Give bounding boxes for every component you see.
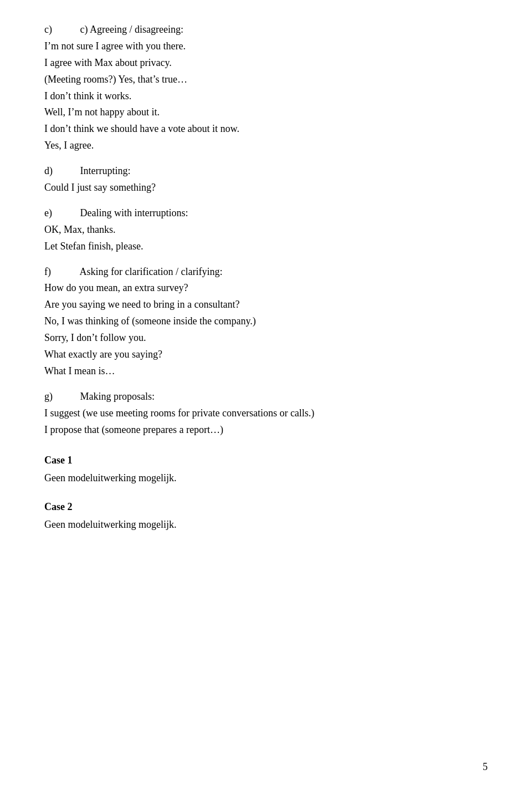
section-d: d) Interrupting: Could I just say someth…	[44, 164, 488, 196]
tab-g: g)	[44, 389, 78, 405]
case-2-text: Geen modeluitwerking mogelijk.	[44, 517, 488, 533]
section-c-line-2: (Meeting rooms?) Yes, that’s true…	[44, 72, 488, 88]
case-2-heading: Case 2	[44, 500, 488, 515]
section-c: c) c) Agreeing / disagreeing: I’m not su…	[44, 22, 488, 154]
section-c-line-6: Yes, I agree.	[44, 138, 488, 154]
section-c-line-4: Well, I’m not happy about it.	[44, 105, 488, 120]
section-c-line-1: I agree with Max about privacy.	[44, 55, 488, 71]
section-f-line-5: What I mean is…	[44, 364, 488, 379]
section-c-header-text: c) Agreeing / disagreeing:	[80, 24, 183, 35]
section-f-line-0: How do you mean, an extra survey?	[44, 281, 488, 296]
section-e-header: e) Dealing with interruptions:	[44, 206, 488, 221]
section-g-line-0: I suggest (we use meeting rooms for priv…	[44, 406, 488, 421]
section-g-line-1: I propose that (someone prepares a repor…	[44, 422, 488, 438]
page-container: c) c) Agreeing / disagreeing: I’m not su…	[0, 0, 532, 795]
section-g-header: g) Making proposals:	[44, 389, 488, 405]
section-c-header: c) c) Agreeing / disagreeing:	[44, 22, 488, 38]
section-e-line-1: Let Stefan finish, please.	[44, 239, 488, 254]
section-g: g) Making proposals: I suggest (we use m…	[44, 389, 488, 438]
tab-e: e)	[44, 206, 78, 221]
tab-c: c)	[44, 22, 78, 38]
section-f-line-4: What exactly are you saying?	[44, 347, 488, 363]
section-d-line-0: Could I just say something?	[44, 180, 488, 196]
section-d-header-text: Interrupting:	[80, 165, 131, 176]
page-number: 5	[483, 761, 488, 773]
section-f-line-3: Sorry, I don’t follow you.	[44, 330, 488, 346]
tab-f: f)	[44, 264, 78, 280]
section-e-line-0: OK, Max, thanks.	[44, 222, 488, 238]
section-c-line-0: I’m not sure I agree with you there.	[44, 39, 488, 54]
section-g-header-text: Making proposals:	[80, 391, 155, 402]
case-2-block: Case 2 Geen modeluitwerking mogelijk.	[44, 500, 488, 533]
case-1-block: Case 1 Geen modeluitwerking mogelijk.	[44, 453, 488, 486]
section-c-line-5: I don’t think we should have a vote abou…	[44, 121, 488, 137]
section-d-header: d) Interrupting:	[44, 164, 488, 179]
case-1-heading: Case 1	[44, 453, 488, 468]
section-f-line-1: Are you saying we need to bring in a con…	[44, 297, 488, 313]
tab-d: d)	[44, 164, 78, 179]
section-f-header: f) Asking for clarification / clarifying…	[44, 264, 488, 280]
section-e-header-text: Dealing with interruptions:	[80, 207, 188, 218]
section-f-header-text: Asking for clarification / clarifying:	[80, 266, 223, 277]
section-c-line-3: I don’t think it works.	[44, 89, 488, 104]
case-1-text: Geen modeluitwerking mogelijk.	[44, 471, 488, 486]
section-e: e) Dealing with interruptions: OK, Max, …	[44, 206, 488, 254]
section-f: f) Asking for clarification / clarifying…	[44, 264, 488, 379]
section-f-line-2: No, I was thinking of (someone inside th…	[44, 314, 488, 329]
